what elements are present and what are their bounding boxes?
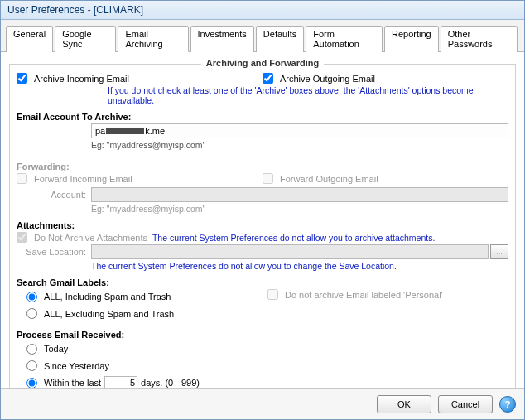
ok-button[interactable]: OK — [377, 395, 431, 413]
process-within-last-radio[interactable]: Within the last days. (0 - 999) — [26, 375, 200, 388]
process-since-yesterday-radio[interactable]: Since Yesterday — [26, 359, 109, 374]
tab-email-archiving[interactable]: Email Archiving — [118, 26, 188, 52]
forward-account-label: Account: — [17, 190, 91, 200]
email-account-example: Eg: "myaddress@myisp.com" — [91, 140, 508, 150]
process-email-heading: Process Email Received: — [17, 330, 508, 340]
gmail-all-including-radio[interactable]: ALL, Including Spam and Trash — [26, 289, 171, 304]
groupbox-title: Archiving and Forwarding — [201, 58, 324, 68]
tab-defaults[interactable]: Defaults — [256, 26, 304, 52]
attachments-warning-1: The current System Preferences do not al… — [152, 233, 435, 243]
save-location-label: Save Location: — [17, 247, 91, 257]
browse-button: ... — [490, 244, 508, 259]
forwarding-heading: Forwarding: — [17, 162, 508, 171]
archiving-groupbox: Archiving and Forwarding Archive Incomin… — [9, 64, 516, 388]
tab-other-passwords[interactable]: Other Passwords — [441, 26, 518, 52]
archive-outgoing-checkbox[interactable]: Archive Outgoing Email — [262, 73, 375, 84]
process-today-radio[interactable]: Today — [26, 341, 68, 356]
help-icon[interactable]: ? — [499, 396, 516, 413]
archive-incoming-label: Archive Incoming Email — [34, 74, 129, 84]
forward-incoming-checkbox: Forward Incoming Email — [17, 173, 132, 184]
tab-google-sync[interactable]: Google Sync — [55, 26, 116, 52]
gmail-labels-heading: Search Gmail Labels: — [17, 278, 508, 287]
forward-account-example: Eg: "myaddress@myisp.com" — [91, 204, 508, 214]
dialog-footer: OK Cancel ? — [1, 388, 524, 420]
gmail-all-excluding-radio[interactable]: ALL, Excluding Spam and Trash — [26, 307, 174, 321]
attachments-heading: Attachments: — [17, 220, 508, 230]
tab-reporting[interactable]: Reporting — [384, 26, 439, 52]
tab-investments[interactable]: Investments — [190, 26, 254, 52]
forward-outgoing-checkbox: Forward Outgoing Email — [262, 173, 378, 184]
cancel-button[interactable]: Cancel — [438, 395, 493, 413]
process-days-input[interactable] — [104, 376, 137, 388]
do-not-archive-attachments-checkbox: Do Not Archive Attachments — [17, 232, 147, 243]
tab-form-automation[interactable]: Form Automation — [306, 26, 383, 52]
archive-warning: If you do not check at least one of the … — [108, 85, 508, 105]
gmail-personal-checkbox: Do not archive Email labeled 'Personal' — [267, 289, 443, 300]
attachments-warning-2: The current System Preferences do not al… — [91, 261, 508, 271]
email-account-heading: Email Account To Archive: — [17, 112, 508, 122]
archive-incoming-checkbox[interactable]: Archive Incoming Email — [17, 73, 129, 84]
window-title: User Preferences - [CLIMARK] — [1, 1, 524, 20]
email-account-input[interactable]: pak.me — [91, 123, 508, 138]
tab-general[interactable]: General — [6, 26, 53, 52]
archive-outgoing-label: Archive Outgoing Email — [280, 74, 375, 84]
forward-account-input — [91, 187, 508, 202]
tab-strip: GeneralGoogle SyncEmail ArchivingInvestm… — [1, 20, 524, 52]
tab-content: Archiving and Forwarding Archive Incomin… — [1, 52, 524, 388]
save-location-input — [91, 244, 489, 259]
redacted-mask — [106, 128, 144, 134]
